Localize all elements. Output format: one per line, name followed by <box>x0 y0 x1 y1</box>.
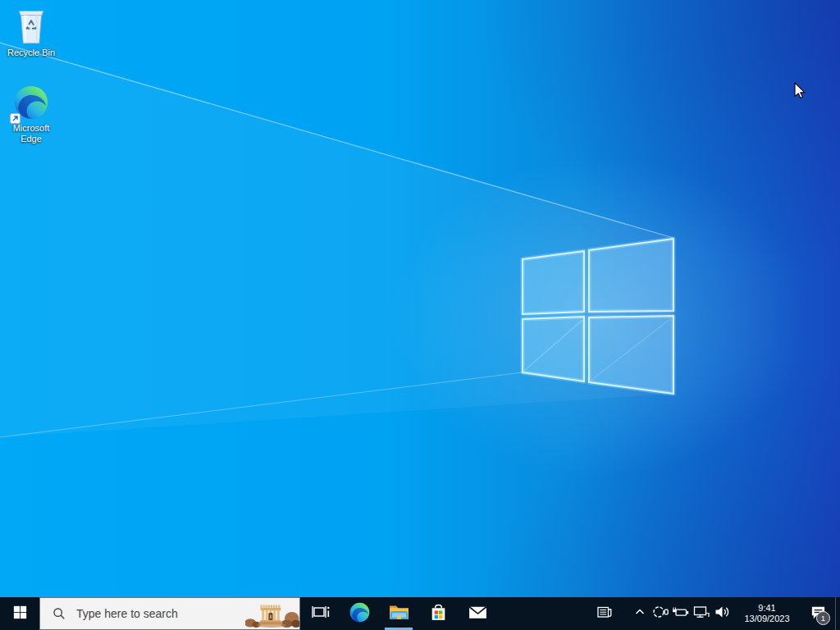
wallpaper-light-beams-and-logo <box>0 0 840 630</box>
search-highlight-temple-illustration[interactable] <box>245 598 299 629</box>
desktop-icon-microsoft-edge[interactable]: Microsoft Edge <box>0 84 62 144</box>
action-center-button[interactable]: 1 <box>801 597 835 630</box>
meet-now-icon <box>651 605 669 623</box>
taskbar-app-store[interactable] <box>418 597 458 630</box>
network-status-button[interactable] <box>691 597 712 630</box>
taskbar-app-mail[interactable] <box>458 597 497 630</box>
hidden-icons-chevron <box>633 605 646 622</box>
mail-icon <box>467 603 489 625</box>
windows-logo-icon <box>13 605 27 623</box>
notification-badge: 1 <box>816 611 830 625</box>
taskbar: 9:41 13/09/2023 1 <box>0 597 840 630</box>
store-icon <box>428 601 449 627</box>
network-icon <box>692 604 711 623</box>
search-icon <box>52 606 66 621</box>
mouse-cursor <box>790 80 810 100</box>
meet-now-button[interactable] <box>650 597 671 630</box>
desktop-wallpaper[interactable] <box>0 0 840 630</box>
system-tray: 9:41 13/09/2023 1 <box>591 597 840 630</box>
edge-icon <box>349 601 371 627</box>
task-view-icon <box>310 603 330 624</box>
taskbar-app-file-explorer[interactable] <box>379 597 418 630</box>
task-view-button[interactable] <box>300 597 340 630</box>
taskbar-app-edge[interactable] <box>340 597 379 630</box>
windows-hero-logo <box>523 239 673 394</box>
show-desktop-button[interactable] <box>835 597 840 630</box>
start-button[interactable] <box>0 597 39 630</box>
edge-icon <box>12 84 50 121</box>
windows-desktop-screen: Recycle Bin Microsoft Edge <box>0 0 840 630</box>
clock-time: 9:41 <box>744 603 789 614</box>
taskbar-search-box[interactable] <box>39 597 300 630</box>
file-explorer-icon <box>388 602 410 626</box>
show-hidden-icons-button[interactable] <box>630 597 650 630</box>
volume-icon <box>713 604 733 623</box>
desktop-icon-label: Recycle Bin <box>0 48 62 58</box>
shortcut-arrow-icon <box>10 112 21 123</box>
taskbar-clock[interactable]: 9:41 13/09/2023 <box>733 597 801 630</box>
power-icon <box>671 604 691 623</box>
desktop-icon-label: Microsoft Edge <box>0 123 62 144</box>
search-input[interactable] <box>75 606 245 621</box>
news-icon <box>596 604 614 623</box>
power-status-button[interactable] <box>671 597 691 630</box>
news-and-interests-button[interactable] <box>591 597 619 630</box>
volume-button[interactable] <box>712 597 733 630</box>
recycle-bin-icon <box>0 5 62 46</box>
clock-date: 13/09/2023 <box>744 614 789 624</box>
desktop-icon-recycle-bin[interactable]: Recycle Bin <box>0 5 62 58</box>
